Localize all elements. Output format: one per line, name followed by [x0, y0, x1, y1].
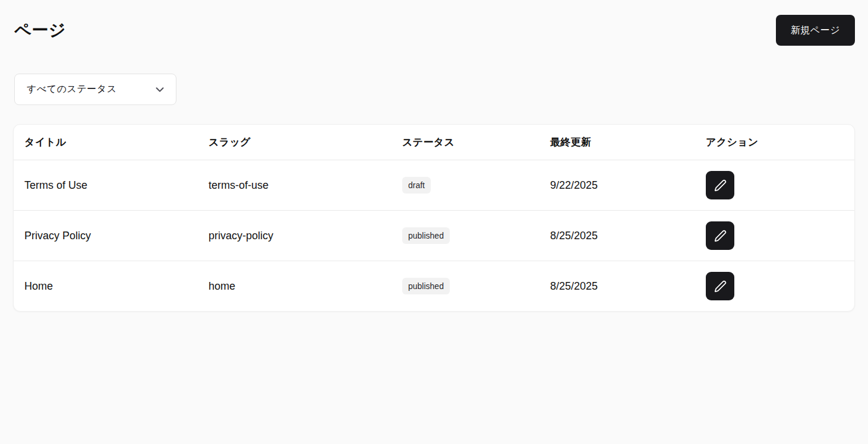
edit-page-button[interactable]: [706, 171, 734, 199]
page-slug-cell: terms-of-use: [198, 179, 392, 192]
edit-page-button[interactable]: [706, 221, 734, 250]
pencil-icon: [714, 280, 727, 293]
actions-cell: [695, 221, 854, 250]
page-status-cell: published: [392, 278, 539, 294]
pages-table-card: タイトル スラッグ ステータス 最終更新 アクション Terms of Use …: [13, 124, 855, 312]
last-updated-cell: 8/25/2025: [539, 280, 695, 293]
chevron-down-icon: [153, 83, 166, 96]
column-header-title: タイトル: [14, 135, 198, 149]
column-header-status: ステータス: [392, 135, 539, 149]
pages-admin-page: ページ 新規ページ すべてのステータス タイトル スラッグ ステータス 最終更新…: [0, 0, 868, 312]
new-page-button[interactable]: 新規ページ: [776, 15, 855, 46]
status-badge: published: [402, 278, 450, 294]
pencil-icon: [714, 230, 727, 242]
actions-cell: [695, 171, 854, 199]
actions-cell: [695, 272, 854, 300]
last-updated-cell: 9/22/2025: [539, 179, 695, 192]
table-header-row: タイトル スラッグ ステータス 最終更新 アクション: [14, 125, 854, 160]
column-header-slug: スラッグ: [198, 135, 392, 149]
header-bar: ページ 新規ページ: [13, 0, 855, 46]
page-title: ページ: [14, 19, 66, 42]
table-row: Privacy Policy privacy-policy published …: [14, 210, 854, 261]
filter-row: すべてのステータス: [13, 74, 855, 105]
edit-page-button[interactable]: [706, 272, 734, 300]
table-body: Terms of Use terms-of-use draft 9/22/202…: [14, 160, 854, 311]
status-filter-dropdown[interactable]: すべてのステータス: [14, 74, 176, 105]
table-row: Terms of Use terms-of-use draft 9/22/202…: [14, 160, 854, 210]
page-slug-cell: privacy-policy: [198, 230, 392, 242]
page-status-cell: published: [392, 227, 539, 244]
last-updated-cell: 8/25/2025: [539, 230, 695, 242]
page-title-cell: Privacy Policy: [14, 230, 198, 242]
table-row: Home home published 8/25/2025: [14, 261, 854, 311]
page-title-cell: Home: [14, 280, 198, 293]
page-slug-cell: home: [198, 280, 392, 293]
status-badge: published: [402, 227, 450, 244]
status-filter-value: すべてのステータス: [27, 83, 117, 96]
column-header-actions: アクション: [695, 135, 854, 149]
column-header-updated: 最終更新: [539, 135, 695, 149]
pencil-icon: [714, 179, 727, 192]
status-badge: draft: [402, 177, 431, 194]
page-title-cell: Terms of Use: [14, 179, 198, 192]
page-status-cell: draft: [392, 177, 539, 194]
